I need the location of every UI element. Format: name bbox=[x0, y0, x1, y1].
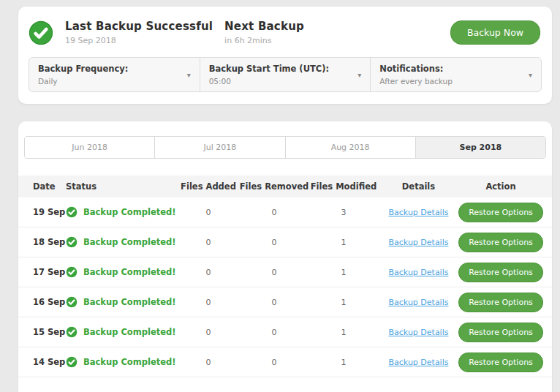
last-backup-title: Last Backup Successful bbox=[65, 20, 213, 33]
backup-dashboard: Last Backup Successful 19 Sep 2018 Next … bbox=[0, 0, 560, 392]
status-text: Backup Completed! bbox=[83, 297, 175, 307]
row-status: Backup Completed! bbox=[66, 236, 168, 248]
column-header: Files Modified bbox=[300, 181, 387, 192]
row-date: 15 Sep bbox=[18, 327, 66, 337]
check-circle-icon bbox=[66, 326, 77, 338]
backup-start-time-dropdown[interactable]: Backup Start Time (UTC): 05:00 ▾ bbox=[200, 58, 371, 91]
notifications-value: After every backup bbox=[379, 77, 522, 86]
files-removed-value: 0 bbox=[249, 268, 300, 277]
files-modified-value: 3 bbox=[300, 208, 387, 217]
row-status: Backup Completed! bbox=[66, 206, 168, 218]
notifications-dropdown[interactable]: Notifications: After every backup ▾ bbox=[371, 58, 541, 91]
last-backup-date: 19 Sep 2018 bbox=[65, 36, 213, 45]
status-text: Backup Completed! bbox=[83, 267, 175, 277]
status-text: Backup Completed! bbox=[83, 327, 175, 337]
details-cell: Backup Details bbox=[387, 328, 450, 337]
row-status: Backup Completed! bbox=[66, 266, 168, 278]
files-added-value: 0 bbox=[168, 208, 249, 217]
chevron-down-icon: ▾ bbox=[187, 71, 191, 79]
table-row: 17 Sep Backup Completed! 0 0 1 Backup De… bbox=[18, 257, 552, 287]
next-backup-title: Next Backup bbox=[224, 20, 304, 33]
files-modified-value: 1 bbox=[300, 328, 387, 337]
backup-now-button[interactable]: Backup Now bbox=[450, 20, 540, 45]
details-cell: Backup Details bbox=[387, 238, 450, 247]
tab-jul-2018[interactable]: Jul 2018 bbox=[155, 137, 285, 158]
check-circle-icon bbox=[66, 266, 77, 278]
backup-details-link[interactable]: Backup Details bbox=[389, 208, 449, 217]
status-text: Backup Completed! bbox=[83, 207, 175, 217]
action-cell: Restore Options bbox=[450, 353, 552, 372]
details-cell: Backup Details bbox=[387, 268, 450, 277]
last-backup-block: Last Backup Successful 19 Sep 2018 bbox=[65, 20, 213, 45]
check-circle-icon bbox=[66, 296, 77, 308]
files-modified-value: 1 bbox=[300, 268, 387, 277]
column-header: Status bbox=[66, 181, 168, 192]
details-cell: Backup Details bbox=[387, 298, 450, 307]
details-cell: Backup Details bbox=[387, 358, 450, 367]
restore-options-button[interactable]: Restore Options bbox=[458, 263, 543, 282]
backup-summary-card: Last Backup Successful 19 Sep 2018 Next … bbox=[18, 7, 552, 104]
column-header: Action bbox=[450, 181, 552, 192]
column-header: Files Removed bbox=[249, 181, 300, 192]
next-backup-block: Next Backup in 6h 2mins bbox=[224, 20, 304, 45]
backup-details-link[interactable]: Backup Details bbox=[389, 358, 449, 367]
table-row: 16 Sep Backup Completed! 0 0 1 Backup De… bbox=[18, 287, 552, 317]
backup-history-table: DateStatusFiles AddedFiles RemovedFiles … bbox=[18, 176, 552, 377]
row-date: 14 Sep bbox=[18, 357, 66, 367]
backup-frequency-dropdown[interactable]: Backup Frequency: Daily ▾ bbox=[29, 58, 200, 91]
files-removed-value: 0 bbox=[249, 208, 300, 217]
backup-frequency-label: Backup Frequency: bbox=[38, 64, 181, 74]
files-added-value: 0 bbox=[168, 328, 249, 337]
column-header: Files Added bbox=[168, 181, 249, 192]
backup-start-time-label: Backup Start Time (UTC): bbox=[209, 64, 352, 74]
files-removed-value: 0 bbox=[249, 238, 300, 247]
column-header: Date bbox=[18, 181, 66, 192]
files-added-value: 0 bbox=[168, 268, 249, 277]
files-modified-value: 1 bbox=[300, 298, 387, 307]
table-row: 15 Sep Backup Completed! 0 0 1 Backup De… bbox=[18, 317, 552, 347]
row-status: Backup Completed! bbox=[66, 326, 168, 338]
success-check-icon bbox=[29, 20, 53, 45]
details-cell: Backup Details bbox=[387, 208, 450, 217]
backup-details-link[interactable]: Backup Details bbox=[389, 328, 449, 337]
table-row: 14 Sep Backup Completed! 0 0 1 Backup De… bbox=[18, 347, 552, 377]
tab-aug-2018[interactable]: Aug 2018 bbox=[286, 137, 416, 158]
row-status: Backup Completed! bbox=[66, 296, 168, 308]
summary-row: Last Backup Successful 19 Sep 2018 Next … bbox=[29, 20, 542, 45]
row-date: 17 Sep bbox=[18, 267, 66, 277]
settings-bar: Backup Frequency: Daily ▾ Backup Start T… bbox=[29, 57, 542, 92]
backup-details-link[interactable]: Backup Details bbox=[389, 238, 449, 247]
action-cell: Restore Options bbox=[450, 263, 552, 282]
files-removed-value: 0 bbox=[249, 298, 300, 307]
restore-options-button[interactable]: Restore Options bbox=[458, 203, 543, 222]
action-cell: Restore Options bbox=[450, 323, 552, 342]
status-text: Backup Completed! bbox=[83, 357, 175, 367]
row-date: 16 Sep bbox=[18, 297, 66, 307]
month-tabs: Jun 2018Jul 2018Aug 2018Sep 2018 bbox=[24, 136, 546, 159]
backup-details-link[interactable]: Backup Details bbox=[389, 298, 449, 307]
restore-options-button[interactable]: Restore Options bbox=[458, 233, 543, 252]
files-modified-value: 1 bbox=[300, 358, 387, 367]
backup-start-time-value: 05:00 bbox=[209, 77, 352, 86]
action-cell: Restore Options bbox=[450, 293, 552, 312]
restore-options-button[interactable]: Restore Options bbox=[458, 323, 543, 342]
notifications-label: Notifications: bbox=[379, 64, 522, 74]
table-row: 19 Sep Backup Completed! 0 0 3 Backup De… bbox=[18, 197, 552, 227]
check-circle-icon bbox=[66, 206, 77, 218]
check-circle-icon bbox=[66, 356, 77, 368]
action-cell: Restore Options bbox=[450, 233, 552, 252]
files-modified-value: 1 bbox=[300, 238, 387, 247]
files-removed-value: 0 bbox=[249, 358, 300, 367]
files-added-value: 0 bbox=[168, 298, 249, 307]
tab-sep-2018[interactable]: Sep 2018 bbox=[416, 137, 545, 158]
backup-details-link[interactable]: Backup Details bbox=[389, 268, 449, 277]
restore-options-button[interactable]: Restore Options bbox=[458, 353, 543, 372]
action-cell: Restore Options bbox=[450, 203, 552, 222]
table-body: 19 Sep Backup Completed! 0 0 3 Backup De… bbox=[18, 197, 552, 377]
tab-jun-2018[interactable]: Jun 2018 bbox=[25, 137, 155, 158]
files-removed-value: 0 bbox=[249, 328, 300, 337]
chevron-down-icon: ▾ bbox=[357, 71, 361, 79]
table-row: 18 Sep Backup Completed! 0 0 1 Backup De… bbox=[18, 227, 552, 257]
restore-options-button[interactable]: Restore Options bbox=[458, 293, 543, 312]
row-status: Backup Completed! bbox=[66, 356, 168, 368]
